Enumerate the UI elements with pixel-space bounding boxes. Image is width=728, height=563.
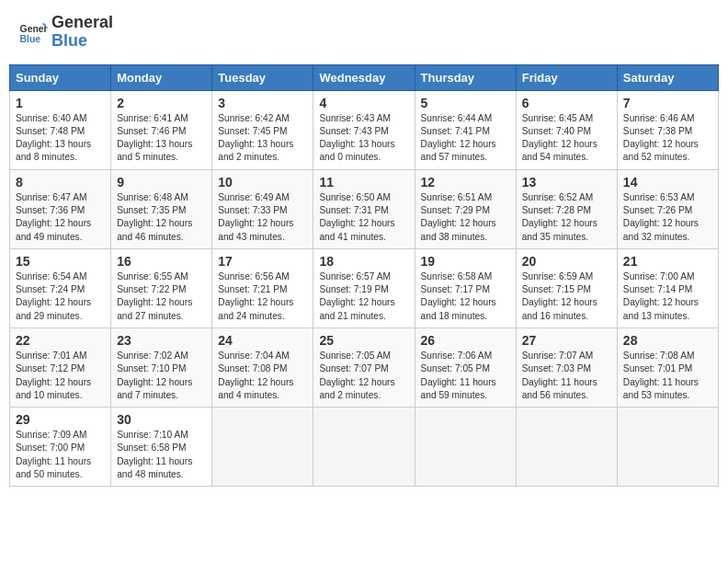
header-sunday: Sunday (10, 64, 111, 90)
day-number: 5 (421, 96, 510, 110)
day-number: 2 (117, 96, 206, 110)
day-info: Sunrise: 6:52 AM Sunset: 7:28 PM Dayligh… (522, 191, 611, 244)
day-number: 17 (218, 254, 307, 269)
day-number: 20 (522, 254, 611, 269)
day-info: Sunrise: 7:06 AM Sunset: 7:05 PM Dayligh… (421, 350, 510, 402)
day-number: 13 (522, 175, 611, 190)
calendar-cell: 4Sunrise: 6:43 AM Sunset: 7:43 PM Daylig… (313, 90, 415, 169)
day-number: 7 (623, 96, 712, 110)
day-info: Sunrise: 6:58 AM Sunset: 7:17 PM Dayligh… (421, 270, 510, 323)
day-info: Sunrise: 6:46 AM Sunset: 7:38 PM Dayligh… (623, 112, 712, 165)
calendar-cell: 29Sunrise: 7:09 AM Sunset: 7:00 PM Dayli… (10, 408, 111, 487)
calendar-cell: 20Sunrise: 6:59 AM Sunset: 7:15 PM Dayli… (516, 248, 617, 327)
calendar-cell: 12Sunrise: 6:51 AM Sunset: 7:29 PM Dayli… (415, 169, 516, 248)
header-monday: Monday (111, 64, 212, 90)
calendar-cell: 7Sunrise: 6:46 AM Sunset: 7:38 PM Daylig… (617, 90, 718, 169)
day-info: Sunrise: 6:49 AM Sunset: 7:33 PM Dayligh… (218, 191, 307, 244)
calendar-week-4: 22Sunrise: 7:01 AM Sunset: 7:12 PM Dayli… (10, 327, 719, 407)
calendar-cell: 1Sunrise: 6:40 AM Sunset: 7:48 PM Daylig… (10, 90, 111, 169)
calendar-cell: 17Sunrise: 6:56 AM Sunset: 7:21 PM Dayli… (212, 248, 313, 327)
day-info: Sunrise: 6:40 AM Sunset: 7:48 PM Dayligh… (16, 112, 105, 165)
header-friday: Friday (516, 64, 617, 90)
day-info: Sunrise: 6:57 AM Sunset: 7:19 PM Dayligh… (319, 270, 408, 323)
day-number: 30 (117, 412, 206, 427)
header-thursday: Thursday (415, 64, 516, 90)
general-blue-icon: General Blue (18, 17, 48, 47)
day-info: Sunrise: 7:02 AM Sunset: 7:10 PM Dayligh… (117, 350, 206, 402)
day-info: Sunrise: 6:51 AM Sunset: 7:29 PM Dayligh… (421, 191, 510, 244)
day-number: 24 (218, 333, 307, 348)
calendar-cell: 23Sunrise: 7:02 AM Sunset: 7:10 PM Dayli… (111, 327, 212, 407)
calendar-week-3: 15Sunrise: 6:54 AM Sunset: 7:24 PM Dayli… (10, 248, 719, 327)
calendar-table: SundayMondayTuesdayWednesdayThursdayFrid… (9, 64, 719, 488)
header-tuesday: Tuesday (212, 64, 313, 90)
day-info: Sunrise: 7:01 AM Sunset: 7:12 PM Dayligh… (16, 350, 105, 402)
day-info: Sunrise: 6:56 AM Sunset: 7:21 PM Dayligh… (218, 270, 307, 323)
day-number: 19 (421, 254, 510, 269)
day-number: 3 (218, 96, 307, 110)
day-info: Sunrise: 7:08 AM Sunset: 7:01 PM Dayligh… (623, 350, 712, 402)
day-number: 6 (522, 96, 611, 110)
calendar-cell: 25Sunrise: 7:05 AM Sunset: 7:07 PM Dayli… (313, 327, 415, 407)
header: General Blue General Blue (9, 9, 719, 55)
calendar-cell: 2Sunrise: 6:41 AM Sunset: 7:46 PM Daylig… (111, 90, 212, 169)
day-info: Sunrise: 6:55 AM Sunset: 7:22 PM Dayligh… (117, 270, 206, 323)
day-info: Sunrise: 6:45 AM Sunset: 7:40 PM Dayligh… (522, 112, 611, 165)
day-number: 14 (623, 175, 712, 190)
calendar-cell (516, 408, 617, 487)
day-number: 1 (16, 96, 105, 110)
calendar-week-2: 8Sunrise: 6:47 AM Sunset: 7:36 PM Daylig… (10, 169, 719, 248)
calendar-cell: 19Sunrise: 6:58 AM Sunset: 7:17 PM Dayli… (415, 248, 516, 327)
day-info: Sunrise: 6:59 AM Sunset: 7:15 PM Dayligh… (522, 270, 611, 323)
calendar-cell: 11Sunrise: 6:50 AM Sunset: 7:31 PM Dayli… (313, 169, 415, 248)
calendar-cell: 14Sunrise: 6:53 AM Sunset: 7:26 PM Dayli… (617, 169, 718, 248)
calendar-cell: 28Sunrise: 7:08 AM Sunset: 7:01 PM Dayli… (617, 327, 718, 407)
calendar-cell: 6Sunrise: 6:45 AM Sunset: 7:40 PM Daylig… (516, 90, 617, 169)
day-number: 22 (16, 333, 105, 348)
day-info: Sunrise: 7:09 AM Sunset: 7:00 PM Dayligh… (16, 429, 105, 481)
calendar-cell (617, 408, 718, 487)
calendar-cell: 21Sunrise: 7:00 AM Sunset: 7:14 PM Dayli… (617, 248, 718, 327)
day-number: 9 (117, 175, 206, 190)
calendar-cell: 26Sunrise: 7:06 AM Sunset: 7:05 PM Dayli… (415, 327, 516, 407)
calendar-cell: 16Sunrise: 6:55 AM Sunset: 7:22 PM Dayli… (111, 248, 212, 327)
calendar-cell (313, 408, 415, 487)
day-info: Sunrise: 7:10 AM Sunset: 6:58 PM Dayligh… (117, 429, 206, 481)
calendar-cell: 24Sunrise: 7:04 AM Sunset: 7:08 PM Dayli… (212, 327, 313, 407)
day-number: 11 (319, 175, 408, 190)
day-number: 25 (319, 333, 408, 348)
logo-general: General (51, 14, 113, 32)
day-number: 16 (117, 254, 206, 269)
calendar-header-row: SundayMondayTuesdayWednesdayThursdayFrid… (10, 64, 719, 90)
day-info: Sunrise: 6:44 AM Sunset: 7:41 PM Dayligh… (421, 112, 510, 165)
day-info: Sunrise: 6:41 AM Sunset: 7:46 PM Dayligh… (117, 112, 206, 165)
day-info: Sunrise: 6:42 AM Sunset: 7:45 PM Dayligh… (218, 112, 307, 165)
calendar-cell: 13Sunrise: 6:52 AM Sunset: 7:28 PM Dayli… (516, 169, 617, 248)
calendar-cell: 15Sunrise: 6:54 AM Sunset: 7:24 PM Dayli… (10, 248, 111, 327)
day-number: 21 (623, 254, 712, 269)
calendar-cell: 27Sunrise: 7:07 AM Sunset: 7:03 PM Dayli… (516, 327, 617, 407)
calendar-cell (415, 408, 516, 487)
day-number: 15 (16, 254, 105, 269)
calendar-cell (212, 408, 313, 487)
header-wednesday: Wednesday (313, 64, 415, 90)
calendar-week-1: 1Sunrise: 6:40 AM Sunset: 7:48 PM Daylig… (10, 90, 719, 169)
calendar-cell: 3Sunrise: 6:42 AM Sunset: 7:45 PM Daylig… (212, 90, 313, 169)
day-number: 26 (421, 333, 510, 348)
day-info: Sunrise: 6:48 AM Sunset: 7:35 PM Dayligh… (117, 191, 206, 244)
logo-blue: Blue (51, 32, 113, 51)
day-number: 27 (522, 333, 611, 348)
svg-text:Blue: Blue (20, 34, 41, 44)
day-number: 4 (319, 96, 408, 110)
calendar-cell: 10Sunrise: 6:49 AM Sunset: 7:33 PM Dayli… (212, 169, 313, 248)
logo: General Blue General Blue (18, 14, 113, 51)
day-info: Sunrise: 7:04 AM Sunset: 7:08 PM Dayligh… (218, 350, 307, 402)
calendar-cell: 5Sunrise: 6:44 AM Sunset: 7:41 PM Daylig… (415, 90, 516, 169)
day-info: Sunrise: 7:07 AM Sunset: 7:03 PM Dayligh… (522, 350, 611, 402)
day-number: 29 (16, 412, 105, 427)
calendar-cell: 18Sunrise: 6:57 AM Sunset: 7:19 PM Dayli… (313, 248, 415, 327)
svg-text:General: General (20, 24, 48, 34)
day-info: Sunrise: 7:00 AM Sunset: 7:14 PM Dayligh… (623, 270, 712, 323)
header-saturday: Saturday (617, 64, 718, 90)
day-number: 23 (117, 333, 206, 348)
